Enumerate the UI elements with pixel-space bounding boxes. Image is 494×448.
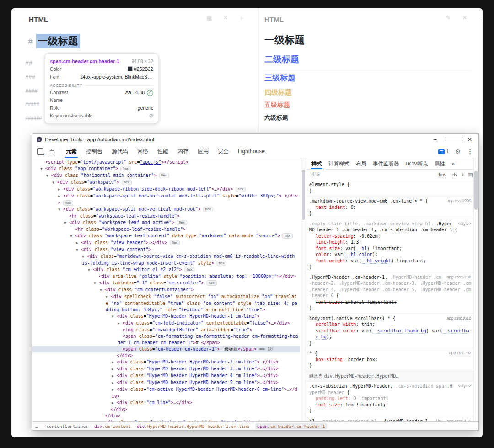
maximize-button[interactable] bbox=[444, 134, 461, 145]
dom-tree-node[interactable]: <hr class="workspace-leaf-resize-handle"… bbox=[32, 213, 300, 219]
devtools-tab-1[interactable]: 元素 bbox=[61, 145, 81, 158]
source-heading-line[interactable]: # 一级标题 bbox=[28, 34, 80, 48]
devtools-tab-7[interactable]: 应用 bbox=[193, 145, 213, 158]
devtools-tab-3[interactable]: 源代码 bbox=[107, 145, 133, 158]
pane-action-icon[interactable]: ✕ bbox=[462, 15, 468, 21]
dom-tree-node[interactable]: ▼<div class="view-content"> bbox=[32, 246, 300, 253]
css-property[interactable]: scrollbar-width: thin; bbox=[309, 321, 471, 328]
pane-action-icon[interactable]: ✕ bbox=[222, 15, 229, 21]
scrollbar-thumb[interactable] bbox=[302, 170, 305, 220]
css-selector[interactable]: app.css:292* { bbox=[309, 350, 471, 357]
css-property[interactable]: padding-left: 0 !important; bbox=[309, 395, 471, 402]
css-source-link[interactable]: <style> bbox=[458, 221, 471, 227]
dom-tree-node[interactable]: ▼<div class="workspace-leaf mod-active">… bbox=[32, 219, 300, 226]
css-property[interactable]: text-indent: 0; bbox=[309, 204, 471, 211]
dom-tree-node[interactable]: ▶<div class="workspace-split mod-horizon… bbox=[32, 193, 300, 206]
styles-tool-[interactable]: + bbox=[462, 172, 464, 177]
devtools-tab-9[interactable]: Lighthouse bbox=[233, 145, 269, 158]
dom-tree-node[interactable]: </div> bbox=[32, 413, 300, 419]
dom-tree-node[interactable]: ▶<div class="HyperMD-header HyperMD-head… bbox=[32, 379, 300, 386]
css-selector[interactable]: <style>.cm-s-obsidian .HyperMD-header, .… bbox=[309, 383, 471, 395]
dom-tree-node[interactable]: ▼<div tabindex="-1" class="cm-scroller">… bbox=[32, 280, 300, 287]
styles-tab-3[interactable]: 布局 bbox=[353, 158, 370, 169]
css-property[interactable]: color: var(--h1-color); bbox=[309, 251, 471, 258]
styles-tab-1[interactable]: 样式 bbox=[308, 158, 325, 169]
dom-tree-node[interactable]: <span class="cm-formatting cm-formatting… bbox=[32, 333, 300, 346]
dom-tree-node[interactable]: </div> bbox=[32, 352, 300, 359]
dom-tree-node[interactable]: ▶<div class="workspace-ribbon side-dock-… bbox=[32, 186, 300, 193]
styles-tool-hov[interactable]: :hov bbox=[438, 172, 446, 177]
dom-tree-node[interactable]: </div> bbox=[32, 406, 300, 413]
dom-tree-node[interactable]: <hr class="workspace-leaf-resize-handle"… bbox=[32, 226, 300, 233]
dom-tree-node[interactable]: ▼<div class="workspace-split mod-vertica… bbox=[32, 206, 300, 213]
breadcrumb-item[interactable]: -contentContainer bbox=[44, 424, 88, 429]
pane-action-icon[interactable]: ▹ bbox=[239, 15, 245, 21]
minimize-button[interactable]: – bbox=[426, 134, 444, 145]
dom-tree-node[interactable]: ▼<div class="HyperMD-header HyperMD-head… bbox=[32, 313, 300, 320]
css-source-link[interactable]: app.css:3810 bbox=[446, 315, 471, 322]
css-source-link[interactable]: app.css:292 bbox=[449, 350, 471, 357]
styles-tab-5[interactable]: DOM断点 bbox=[403, 158, 432, 169]
dom-tree-node[interactable]: <img class="cm-widgetBuffer" aria-hidden… bbox=[32, 327, 300, 333]
css-property[interactable]: line-height: 1.3; bbox=[309, 239, 471, 245]
dom-tree-node[interactable]: ▶<div class="cm-line">…</div> bbox=[32, 400, 300, 406]
dom-tree-node-selected[interactable]: <span class="cm-header cm-header-1">一级标题… bbox=[32, 346, 300, 352]
breadcrumb-item[interactable]: span.cm-header.cm-header-1 bbox=[255, 423, 327, 429]
css-property[interactable]: scrollbar-color: var(--scrollbar-thumb-b… bbox=[309, 328, 471, 340]
css-property[interactable]: letter-spacing: -0.02em; bbox=[309, 233, 471, 240]
styles-tab-4[interactable]: 事件监听器 bbox=[370, 158, 403, 169]
dom-tree-node[interactable]: ▶<div class="HyperMD-header HyperMD-head… bbox=[32, 359, 300, 366]
close-button[interactable]: ✕ bbox=[461, 134, 478, 145]
dom-tree-node[interactable]: ▶<div class="HyperMD-header HyperMD-head… bbox=[32, 373, 300, 379]
breadcrumb-item[interactable]: … bbox=[35, 424, 38, 429]
css-property[interactable]: font-weight: var(--h1-weight) !important… bbox=[309, 258, 471, 264]
more-options-icon[interactable]: ⋮ bbox=[467, 148, 473, 155]
css-property[interactable]: font-size: 1em !important; bbox=[309, 402, 471, 408]
devtools-tab-2[interactable]: 控制台 bbox=[81, 145, 107, 158]
dom-tree-node[interactable]: ▼<div class="cm-contentContainer"> bbox=[32, 287, 300, 293]
device-toolbar-icon[interactable] bbox=[48, 149, 54, 155]
pane-action-icon[interactable]: ⋮ bbox=[478, 15, 483, 21]
css-property[interactable]: box-sizing: border-box; bbox=[309, 357, 471, 363]
pane-action-icon[interactable]: ✎ bbox=[445, 15, 451, 21]
css-source-link[interactable]: app.css:5200 bbox=[446, 274, 471, 281]
devtools-tab-4[interactable]: 网络 bbox=[133, 145, 153, 158]
dom-tree-node[interactable]: ▼<div class="cm-editor ͼ1 ͼ2 ͼ12">flex bbox=[32, 267, 300, 273]
inspect-element-icon[interactable] bbox=[37, 148, 43, 155]
dom-tree-node[interactable]: ▼<div spellcheck="false" autocorrect="on… bbox=[32, 293, 300, 313]
settings-gear-icon[interactable]: ⚙ bbox=[455, 148, 461, 155]
dom-tree-node[interactable]: ▶<div class="cm-active HyperMD-header Hy… bbox=[32, 386, 300, 400]
issues-counter[interactable]: 1 bbox=[438, 149, 449, 154]
devtools-titlebar[interactable]: Developer Tools - app://obsidian.md/inde… bbox=[32, 134, 478, 145]
css-source-link[interactable]: <style> bbox=[458, 383, 471, 389]
css-selector[interactable]: app.css:3810body:not(.native-scrollbars)… bbox=[309, 315, 471, 322]
css-selector[interactable]: app.css:5200.HyperMD-header .cm-header-1… bbox=[309, 274, 471, 299]
dom-tree-node[interactable]: <div aria-live="polite" style="position:… bbox=[32, 273, 300, 280]
elements-scrollbar[interactable] bbox=[301, 158, 306, 422]
styles-scrollbar[interactable] bbox=[473, 158, 478, 422]
scrollbar-thumb[interactable] bbox=[474, 171, 478, 210]
devtools-tab-6[interactable]: 内存 bbox=[173, 145, 193, 158]
dom-tree-node[interactable]: ▶<div class="HyperMD-header HyperMD-head… bbox=[32, 366, 300, 373]
css-source-link[interactable]: app.css:1090 bbox=[446, 198, 471, 204]
breadcrumb-item[interactable]: div.cm-content bbox=[94, 424, 131, 429]
css-property[interactable]: font-size: inherit !important; bbox=[309, 299, 471, 305]
css-property[interactable]: font-size: var(--h1) !important; bbox=[309, 245, 471, 252]
element-states-panel-icon[interactable]: ▤ bbox=[468, 172, 473, 178]
dom-tree-node[interactable]: ▼<div class="markdown-source-view cm-s-o… bbox=[32, 253, 300, 267]
dom-tree-node[interactable]: ▼<div class="horizontal-main-container">… bbox=[32, 172, 300, 179]
css-selector[interactable]: element.style { bbox=[309, 181, 471, 188]
devtools-tab-8[interactable]: 安全 bbox=[213, 145, 233, 158]
dom-tree-node[interactable]: ▼<div class="workspace">flex bbox=[32, 179, 300, 186]
pane-action-icon[interactable]: ▦ bbox=[206, 15, 212, 21]
css-selector[interactable]: app.css:1090.markdown-source-view.mod-cm… bbox=[309, 198, 471, 204]
dom-tree-node[interactable]: ▶<div class="view-header">…</div>flex bbox=[32, 240, 300, 246]
dom-tree-node[interactable]: ▼<div class="workspace-leaf-content" dat… bbox=[32, 233, 300, 240]
devtools-tab-5[interactable]: 性能 bbox=[153, 145, 173, 158]
dom-tree-node[interactable]: ▶<div class="cm-fold-indicator" contente… bbox=[32, 320, 300, 327]
breadcrumb-item[interactable]: div.HyperMD-header.HyperMD-header-1.cm-l… bbox=[137, 424, 249, 429]
styles-filter-input[interactable]: 过滤 bbox=[310, 171, 320, 178]
styles-tab-6[interactable]: 属性 bbox=[431, 158, 448, 169]
dom-tree-node[interactable]: <script type="text/javascript" src="app.… bbox=[32, 159, 300, 165]
styles-tab-2[interactable]: 计算样式 bbox=[325, 158, 353, 169]
